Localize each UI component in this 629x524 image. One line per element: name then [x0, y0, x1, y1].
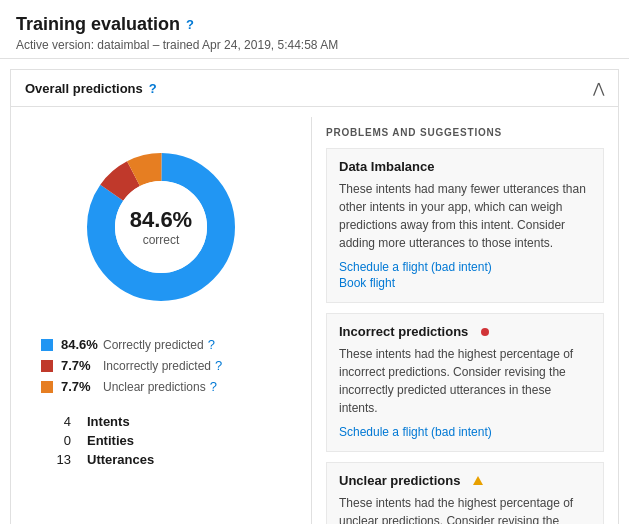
legend-item-unclear: 7.7% Unclear predictions ?: [41, 379, 281, 394]
unclear-predictions-title: Unclear predictions: [339, 473, 591, 488]
data-imbalance-card: Data Imbalance These intents had many fe…: [326, 148, 604, 303]
header: Training evaluation ? Active version: da…: [0, 0, 629, 59]
legend-color-incorrect: [41, 360, 53, 372]
legend: 84.6% Correctly predicted ? 7.7% Incorre…: [31, 337, 291, 400]
legend-label-incorrect: Incorrectly predicted ?: [103, 358, 222, 373]
collapse-icon[interactable]: ⋀: [593, 80, 604, 96]
title-help-icon[interactable]: ?: [186, 17, 194, 32]
unclear-predictions-card: Unclear predictions These intents had th…: [326, 462, 604, 524]
incorrect-predictions-link-schedule[interactable]: Schedule a flight (bad intent): [339, 425, 591, 439]
unclear-predictions-text: These intents had the highest percentage…: [339, 494, 591, 524]
donut-percent: 84.6%: [130, 207, 192, 233]
legend-color-correct: [41, 339, 53, 351]
incorrect-predictions-text: These intents had the highest percentage…: [339, 345, 591, 417]
incorrect-predictions-title: Incorrect predictions: [339, 324, 591, 339]
entities-count: 0: [41, 433, 71, 448]
entities-label: Entities: [87, 433, 134, 448]
stat-row-utterances: 13 Utterances: [41, 452, 281, 467]
section-body: 84.6% correct 84.6% Correctly predicted …: [11, 107, 618, 524]
legend-pct-unclear: 7.7%: [61, 379, 103, 394]
stats: 4 Intents 0 Entities 13 Utterances: [31, 404, 291, 471]
utterances-count: 13: [41, 452, 71, 467]
red-dot-icon: [481, 328, 489, 336]
data-imbalance-link-book[interactable]: Book flight: [339, 276, 591, 290]
donut-label: 84.6% correct: [130, 207, 192, 247]
correctly-predicted-help-icon[interactable]: ?: [208, 337, 215, 352]
section-title-label: Overall predictions: [25, 81, 143, 96]
legend-item-incorrect: 7.7% Incorrectly predicted ?: [41, 358, 281, 373]
problems-section-title: PROBLEMS AND SUGGESTIONS: [326, 127, 604, 138]
data-imbalance-link-schedule[interactable]: Schedule a flight (bad intent): [339, 260, 591, 274]
page-title: Training evaluation: [16, 14, 180, 35]
left-panel: 84.6% correct 84.6% Correctly predicted …: [11, 117, 311, 524]
intents-count: 4: [41, 414, 71, 429]
donut-correct-label: correct: [130, 233, 192, 247]
right-panel: PROBLEMS AND SUGGESTIONS Data Imbalance …: [311, 117, 618, 524]
legend-pct-incorrect: 7.7%: [61, 358, 103, 373]
stat-row-entities: 0 Entities: [41, 433, 281, 448]
section-header: Overall predictions ? ⋀: [11, 70, 618, 107]
section-help-icon[interactable]: ?: [149, 81, 157, 96]
donut-chart: 84.6% correct: [71, 137, 251, 317]
page-title-row: Training evaluation ?: [16, 14, 613, 35]
section-title-row: Overall predictions ?: [25, 81, 157, 96]
legend-item-correct: 84.6% Correctly predicted ?: [41, 337, 281, 352]
active-version-subtitle: Active version: dataimbal – trained Apr …: [16, 38, 613, 52]
legend-label-correct: Correctly predicted ?: [103, 337, 215, 352]
data-imbalance-text: These intents had many fewer utterances …: [339, 180, 591, 252]
overall-predictions-section: Overall predictions ? ⋀: [10, 69, 619, 524]
intents-label: Intents: [87, 414, 130, 429]
utterances-label: Utterances: [87, 452, 154, 467]
data-imbalance-title: Data Imbalance: [339, 159, 591, 174]
incorrect-predictions-card: Incorrect predictions These intents had …: [326, 313, 604, 452]
stat-row-intents: 4 Intents: [41, 414, 281, 429]
legend-color-unclear: [41, 381, 53, 393]
legend-label-unclear: Unclear predictions ?: [103, 379, 217, 394]
legend-pct-correct: 84.6%: [61, 337, 103, 352]
incorrectly-predicted-help-icon[interactable]: ?: [215, 358, 222, 373]
orange-triangle-icon: [473, 476, 483, 485]
page: Training evaluation ? Active version: da…: [0, 0, 629, 524]
unclear-predictions-help-icon[interactable]: ?: [210, 379, 217, 394]
